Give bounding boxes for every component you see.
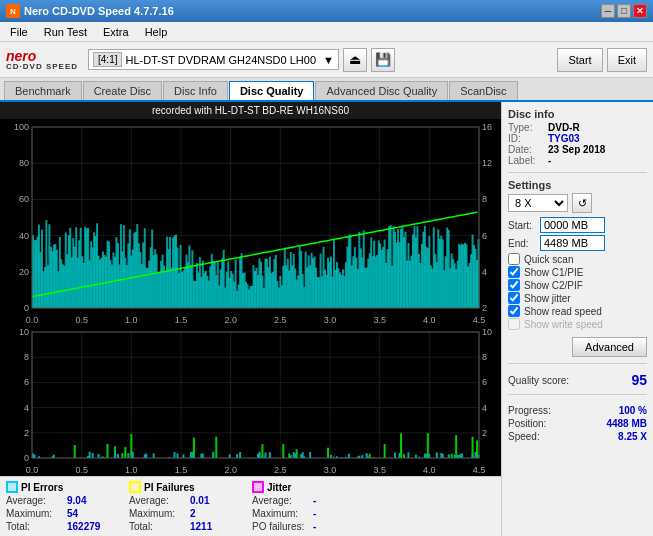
pi-failures-max-row: Maximum: 2 [129, 508, 240, 519]
end-label: End: [508, 238, 536, 249]
show-c2-row: Show C2/PIF [508, 279, 647, 291]
jitter-max-value: - [313, 508, 363, 519]
pi-failures-avg-row: Average: 0.01 [129, 495, 240, 506]
pi-errors-legend-box [6, 481, 18, 493]
position-label: Position: [508, 418, 546, 429]
show-jitter-label: Show jitter [524, 293, 571, 304]
nero-sub: CD·DVD SPEED [6, 63, 78, 71]
pi-failures-avg-value: 0.01 [190, 495, 240, 506]
right-panel: Disc info Type: DVD-R ID: TYG03 Date: 23… [501, 102, 653, 536]
app-title: Nero CD-DVD Speed 4.7.7.16 [24, 5, 174, 17]
pi-failures-total-row: Total: 1211 [129, 521, 240, 532]
show-c1-checkbox[interactable] [508, 266, 520, 278]
top-chart-container [0, 119, 501, 326]
divider-2 [508, 363, 647, 364]
menu-run-test[interactable]: Run Test [38, 24, 93, 40]
toolbar: nero CD·DVD SPEED [4:1] HL-DT-ST DVDRAM … [0, 42, 653, 78]
menu-bar: File Run Test Extra Help [0, 22, 653, 42]
quick-scan-checkbox[interactable] [508, 253, 520, 265]
show-c2-checkbox[interactable] [508, 279, 520, 291]
pi-errors-legend: PI Errors [6, 481, 117, 493]
speed-select[interactable]: 8 X Max 1 X 2 X 4 X 6 X 12 X 16 X [508, 194, 568, 212]
disc-info-title: Disc info [508, 108, 647, 120]
show-c2-label: Show C2/PIF [524, 280, 583, 291]
bottom-chart-container [0, 326, 501, 476]
tab-disc-info[interactable]: Disc Info [163, 81, 228, 100]
start-row: Start: [508, 217, 647, 233]
tab-bar: Benchmark Create Disc Disc Info Disc Qua… [0, 78, 653, 102]
show-read-speed-row: Show read speed [508, 305, 647, 317]
restore-button[interactable]: □ [617, 4, 631, 18]
show-read-speed-label: Show read speed [524, 306, 602, 317]
pi-failures-legend-box [129, 481, 141, 493]
quality-score-row: Quality score: 95 [508, 372, 647, 388]
progress-value: 100 % [619, 405, 647, 416]
pi-failures-max-value: 2 [190, 508, 240, 519]
end-row: End: [508, 235, 647, 251]
jitter-avg-row: Average: - [252, 495, 363, 506]
pi-errors-total-row: Total: 162279 [6, 521, 117, 532]
disc-label-key: Label: [508, 155, 544, 166]
tab-advanced-disc-quality[interactable]: Advanced Disc Quality [315, 81, 448, 100]
close-button[interactable]: ✕ [633, 4, 647, 18]
tab-create-disc[interactable]: Create Disc [83, 81, 162, 100]
drive-selector[interactable]: [4:1] HL-DT-ST DVDRAM GH24NSD0 LH00 ▼ [88, 49, 339, 70]
tab-scan-disc[interactable]: ScanDisc [449, 81, 517, 100]
pi-errors-group: PI Errors Average: 9.04 Maximum: 54 Tota… [6, 481, 117, 532]
disc-date-val: 23 Sep 2018 [548, 144, 605, 155]
show-write-speed-row: Show write speed [508, 318, 647, 330]
progress-row: Progress: 100 % [508, 405, 647, 416]
exit-button[interactable]: Exit [607, 48, 647, 72]
show-read-speed-checkbox[interactable] [508, 305, 520, 317]
show-c1-label: Show C1/PIE [524, 267, 583, 278]
jitter-po-row: PO failures: - [252, 521, 363, 532]
minimize-button[interactable]: ─ [601, 4, 615, 18]
disc-id-row: ID: TYG03 [508, 133, 647, 144]
drive-label: HL-DT-ST DVDRAM GH24NSD0 LH00 [125, 54, 316, 66]
disc-date-row: Date: 23 Sep 2018 [508, 144, 647, 155]
settings-title: Settings [508, 179, 647, 191]
top-chart [0, 119, 501, 326]
app-icon: N [6, 4, 20, 18]
chart-panel: recorded with HL-DT-ST BD-RE WH16NS60 PI… [0, 102, 501, 536]
position-value: 4488 MB [606, 418, 647, 429]
quick-scan-row: Quick scan [508, 253, 647, 265]
tab-disc-quality[interactable]: Disc Quality [229, 81, 315, 100]
disc-label-row: Label: - [508, 155, 647, 166]
eject-icon[interactable]: ⏏ [343, 48, 367, 72]
menu-extra[interactable]: Extra [97, 24, 135, 40]
ratio-badge: [4:1] [93, 52, 122, 67]
jitter-avg-value: - [313, 495, 363, 506]
show-write-speed-label: Show write speed [524, 319, 603, 330]
start-label: Start: [508, 220, 536, 231]
end-input[interactable] [540, 235, 605, 251]
start-button[interactable]: Start [557, 48, 602, 72]
pi-failures-total-value: 1211 [190, 521, 240, 532]
save-icon[interactable]: 💾 [371, 48, 395, 72]
refresh-icon[interactable]: ↺ [572, 193, 592, 213]
jitter-label: Jitter [267, 482, 291, 493]
show-jitter-checkbox[interactable] [508, 292, 520, 304]
advanced-button[interactable]: Advanced [572, 337, 647, 357]
pi-failures-avg-label: Average: [129, 495, 184, 506]
pi-errors-avg-row: Average: 9.04 [6, 495, 117, 506]
pi-errors-avg-value: 9.04 [67, 495, 117, 506]
tab-benchmark[interactable]: Benchmark [4, 81, 82, 100]
pi-failures-legend: PI Failures [129, 481, 240, 493]
progress-label: Progress: [508, 405, 551, 416]
pi-errors-total-label: Total: [6, 521, 61, 532]
show-write-speed-checkbox [508, 318, 520, 330]
bottom-chart [0, 326, 501, 476]
nero-text: nero [6, 49, 78, 63]
menu-help[interactable]: Help [139, 24, 174, 40]
start-input[interactable] [540, 217, 605, 233]
pi-errors-total-value: 162279 [67, 521, 117, 532]
advanced-btn-container: Advanced [508, 335, 647, 357]
disc-id-val: TYG03 [548, 133, 580, 144]
menu-file[interactable]: File [4, 24, 34, 40]
pi-failures-label: PI Failures [144, 482, 195, 493]
quality-score-value: 95 [631, 372, 647, 388]
nero-logo: nero CD·DVD SPEED [6, 49, 78, 71]
pi-errors-max-value: 54 [67, 508, 117, 519]
show-jitter-row: Show jitter [508, 292, 647, 304]
